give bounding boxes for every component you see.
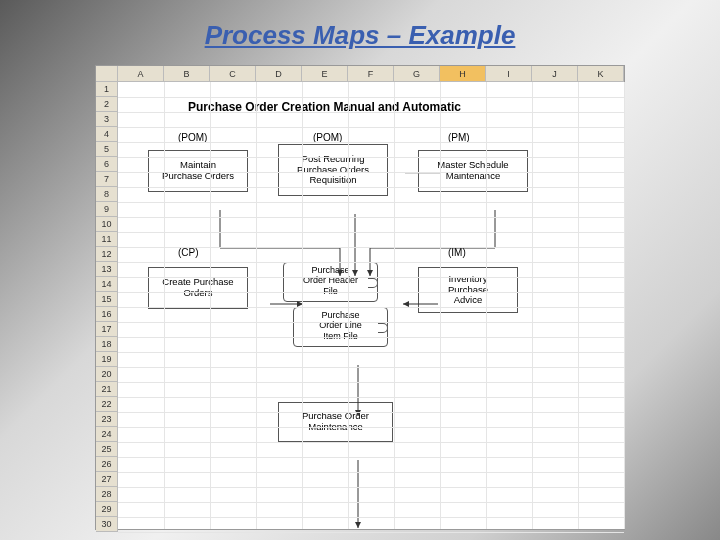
col-header-D[interactable]: D: [256, 66, 302, 82]
row-header-28[interactable]: 28: [96, 487, 118, 502]
row-header-23[interactable]: 23: [96, 412, 118, 427]
row-header-30[interactable]: 30: [96, 517, 118, 532]
grid-area: Purchase Order Creation Manual and Autom…: [118, 82, 624, 529]
row-header-16[interactable]: 16: [96, 307, 118, 322]
row-header-27[interactable]: 27: [96, 472, 118, 487]
row-header-24[interactable]: 24: [96, 427, 118, 442]
row-header-18[interactable]: 18: [96, 337, 118, 352]
slide-title: Process Maps – Example: [0, 20, 720, 51]
column-headers: ABCDEFGHIJK: [118, 66, 624, 82]
col-header-A[interactable]: A: [118, 66, 164, 82]
col-header-H[interactable]: H: [440, 66, 486, 82]
row-header-13[interactable]: 13: [96, 262, 118, 277]
row-header-17[interactable]: 17: [96, 322, 118, 337]
row-header-20[interactable]: 20: [96, 367, 118, 382]
box-post-recurring: Post RecurringPurchase OrdersRequisition: [278, 144, 388, 196]
col-header-J[interactable]: J: [532, 66, 578, 82]
row-header-4[interactable]: 4: [96, 127, 118, 142]
row-header-26[interactable]: 26: [96, 457, 118, 472]
row-header-2[interactable]: 2: [96, 97, 118, 112]
box-create-po: Create PurchaseOrders: [148, 267, 248, 309]
row-header-29[interactable]: 29: [96, 502, 118, 517]
row-headers: 1234567891011121314151617181920212223242…: [96, 82, 118, 532]
row-header-3[interactable]: 3: [96, 112, 118, 127]
col-header-F[interactable]: F: [348, 66, 394, 82]
col-header-I[interactable]: I: [486, 66, 532, 82]
row-header-7[interactable]: 7: [96, 172, 118, 187]
box-po-header-file: PurchaseOrder HeaderFile: [283, 262, 378, 302]
row-header-1[interactable]: 1: [96, 82, 118, 97]
row-header-19[interactable]: 19: [96, 352, 118, 367]
row-header-5[interactable]: 5: [96, 142, 118, 157]
row-header-15[interactable]: 15: [96, 292, 118, 307]
row-header-21[interactable]: 21: [96, 382, 118, 397]
col-header-G[interactable]: G: [394, 66, 440, 82]
select-all-corner[interactable]: [96, 66, 118, 82]
row-header-6[interactable]: 6: [96, 157, 118, 172]
col-header-C[interactable]: C: [210, 66, 256, 82]
row-header-10[interactable]: 10: [96, 217, 118, 232]
label-cp: (CP): [178, 247, 199, 258]
row-header-9[interactable]: 9: [96, 202, 118, 217]
row-header-25[interactable]: 25: [96, 442, 118, 457]
box-po-line-file: PurchaseOrder LineItem File: [293, 307, 388, 347]
row-header-12[interactable]: 12: [96, 247, 118, 262]
col-header-K[interactable]: K: [578, 66, 624, 82]
row-header-8[interactable]: 8: [96, 187, 118, 202]
row-header-22[interactable]: 22: [96, 397, 118, 412]
col-header-E[interactable]: E: [302, 66, 348, 82]
spreadsheet-window: ABCDEFGHIJK 1234567891011121314151617181…: [95, 65, 625, 530]
label-im: (IM): [448, 247, 466, 258]
col-header-B[interactable]: B: [164, 66, 210, 82]
box-po-maintenance: Purchase OrderMaintenance: [278, 402, 393, 442]
row-header-11[interactable]: 11: [96, 232, 118, 247]
row-header-14[interactable]: 14: [96, 277, 118, 292]
